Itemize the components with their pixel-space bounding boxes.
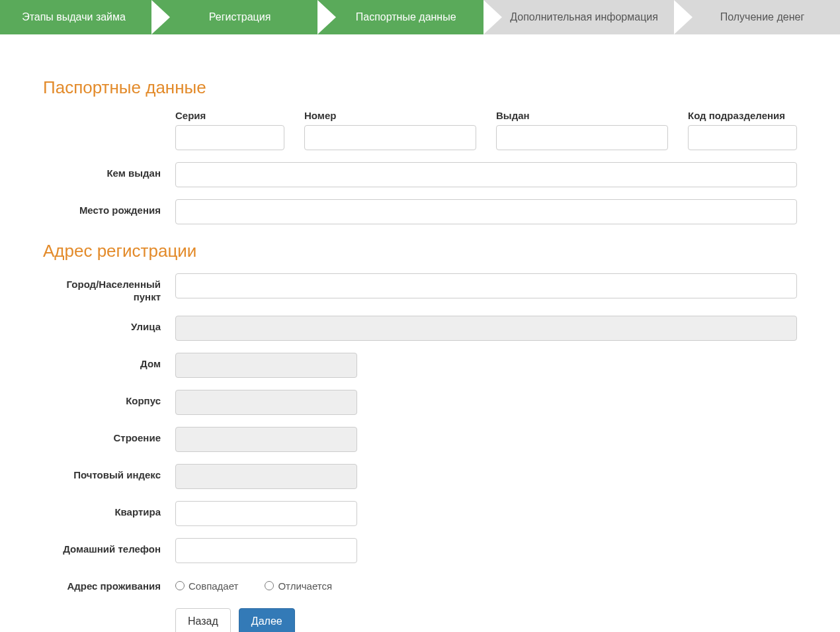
seria-input[interactable] — [175, 125, 284, 150]
korpus-label: Корпус — [43, 390, 175, 408]
step-label: Дополнительная информация — [510, 11, 658, 23]
section-title-address: Адрес регистрации — [43, 241, 797, 261]
step-registration[interactable]: Регистрация — [151, 0, 317, 34]
resaddr-same-label: Совпадает — [189, 580, 238, 592]
house-label: Дом — [43, 353, 175, 371]
progress-steps: Этапы выдачи займа Регистрация Паспортны… — [0, 0, 840, 34]
step-label: Этапы выдачи займа — [22, 11, 126, 23]
zip-label: Почтовый индекс — [43, 464, 175, 482]
step-loan-stages[interactable]: Этапы выдачи займа — [0, 0, 151, 34]
back-button[interactable]: Назад — [175, 608, 231, 632]
flat-label: Квартира — [43, 501, 175, 519]
section-title-passport: Паспортные данные — [43, 77, 797, 98]
resaddr-diff-option[interactable]: Отличается — [265, 580, 332, 592]
house-input[interactable] — [175, 353, 357, 378]
empty-label — [43, 110, 175, 115]
seria-label: Серия — [175, 110, 284, 121]
step-label: Регистрация — [209, 11, 271, 23]
zip-input[interactable] — [175, 464, 357, 489]
next-button[interactable]: Далее — [239, 608, 295, 632]
kod-input[interactable] — [688, 125, 797, 150]
resaddr-label: Адрес проживания — [43, 575, 175, 593]
vydan-input[interactable] — [496, 125, 668, 150]
homephone-input[interactable] — [175, 538, 357, 563]
step-label: Получение денег — [720, 11, 805, 23]
resaddr-radio-group: Совпадает Отличается — [175, 575, 332, 592]
step-get-money[interactable]: Получение денег — [674, 0, 840, 34]
step-passport-data[interactable]: Паспортные данные — [317, 0, 483, 34]
resaddr-diff-label: Отличается — [278, 580, 332, 592]
korpus-input[interactable] — [175, 390, 357, 415]
step-label: Паспортные данные — [356, 11, 456, 23]
street-input[interactable] — [175, 316, 797, 341]
resaddr-same-radio[interactable] — [175, 581, 185, 590]
issued-by-input[interactable] — [175, 162, 797, 187]
flat-input[interactable] — [175, 501, 357, 526]
city-label: Город/Населенный пункт — [43, 273, 175, 304]
step-extra-info[interactable]: Дополнительная информация — [483, 0, 674, 34]
issued-by-label: Кем выдан — [43, 162, 175, 180]
birthplace-label: Место рождения — [43, 199, 175, 217]
empty-label — [43, 604, 175, 609]
resaddr-diff-radio[interactable] — [265, 581, 274, 590]
building-label: Строение — [43, 427, 175, 445]
kod-label: Код подразделения — [688, 110, 797, 121]
nomer-input[interactable] — [304, 125, 476, 150]
nomer-label: Номер — [304, 110, 476, 121]
resaddr-same-option[interactable]: Совпадает — [175, 580, 238, 592]
vydan-label: Выдан — [496, 110, 668, 121]
street-label: Улица — [43, 316, 175, 334]
city-input[interactable] — [175, 273, 797, 298]
birthplace-input[interactable] — [175, 199, 797, 224]
homephone-label: Домашний телефон — [43, 538, 175, 556]
building-input[interactable] — [175, 427, 357, 452]
